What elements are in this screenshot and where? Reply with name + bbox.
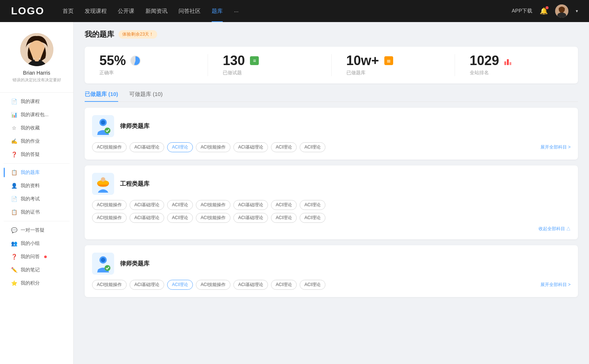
certificate-icon: 📋: [11, 209, 17, 215]
eng-tag-11[interactable]: ACI基础理论: [233, 213, 268, 223]
points-icon: ⭐: [11, 280, 17, 286]
ranking-icon: [503, 55, 515, 67]
bank-card-lawyer-2-title: 律师类题库: [120, 260, 149, 268]
eng-tag-13[interactable]: ACI理论: [300, 213, 325, 223]
sidebar-item-certificate[interactable]: 📋 我的证书: [4, 206, 70, 219]
tag-3[interactable]: ACI技能操作: [196, 142, 230, 152]
pie-chart-icon: [130, 56, 141, 66]
sidebar-user-name: Brian Harris: [23, 70, 50, 76]
done-banks-value: 10w+: [346, 54, 379, 67]
notification-bell[interactable]: 🔔: [540, 7, 548, 15]
one-on-one-icon: 💬: [11, 227, 17, 233]
sidebar-divider-top: [0, 92, 73, 93]
sidebar-item-course-package[interactable]: 📊 我的课程包...: [4, 108, 70, 121]
my-course-icon: 📄: [11, 99, 17, 104]
avatar-placeholder: [555, 4, 568, 18]
sidebar-item-question-bank[interactable]: 📋 我的题库: [4, 166, 70, 179]
my-exam-icon: 📄: [11, 196, 17, 202]
sidebar-divider-2: [4, 221, 70, 221]
sidebar-item-favorites[interactable]: ☆ 我的收藏: [4, 121, 70, 135]
engineer-bank-icon: [92, 173, 114, 195]
nav-home[interactable]: 首页: [63, 8, 74, 15]
eng-tag-4[interactable]: ACI基础理论: [233, 200, 268, 210]
svg-point-14: [105, 265, 110, 271]
sidebar-motto: 错误的决定比没有决定要好: [9, 77, 65, 83]
tabs-row: 已做题库 (10) 可做题库 (10): [85, 91, 578, 102]
lawyer-bank-icon: [92, 115, 114, 137]
sidebar-item-my-exam[interactable]: 📄 我的考试: [4, 192, 70, 206]
eng-tag-6[interactable]: ACI理论: [300, 200, 325, 210]
svg-rect-5: [35, 57, 39, 61]
sidebar-item-homework[interactable]: ✍ 我的作业: [4, 135, 70, 148]
notes-icon: ✏️: [11, 267, 17, 273]
nav-more[interactable]: ···: [234, 8, 239, 14]
nav-question-bank[interactable]: 题库: [212, 8, 223, 15]
user-menu-chevron[interactable]: ▾: [576, 8, 578, 14]
main-layout: Brian Harris 错误的决定比没有决定要好 📄 我的课程 📊 我的课程包…: [0, 22, 589, 364]
nav-discover[interactable]: 发现课程: [85, 8, 107, 15]
svg-point-7: [101, 120, 105, 125]
sidebar-item-my-qa[interactable]: ❓ 我的答疑: [4, 148, 70, 161]
sidebar-item-notes[interactable]: ✏️ 我的笔记: [4, 263, 70, 276]
tab-done-banks[interactable]: 已做题库 (10): [85, 91, 118, 101]
eng-tag-1[interactable]: ACI基础理论: [130, 200, 164, 210]
tag-6[interactable]: ACI理论: [300, 142, 325, 152]
eng-tag-8[interactable]: ACI基础理论: [130, 213, 164, 223]
tag-1[interactable]: ACI基础理论: [130, 142, 164, 152]
sidebar-item-my-questions[interactable]: ❓ 我的问答: [4, 250, 70, 263]
tab-available-banks[interactable]: 可做题库 (10): [129, 91, 163, 101]
stat-done-questions-top: 130 ≡: [223, 54, 260, 67]
course-package-icon: 📊: [11, 112, 17, 118]
my-data-icon: 👤: [11, 183, 17, 189]
bank-card-lawyer-1: 律师类题库 ACI技能操作 ACI基础理论 ACI理论 ACI技能操作 ACI基…: [85, 108, 578, 160]
bank-card-lawyer-2: 律师类题库 ACI技能操作 ACI基础理论 ACI理论 ACI技能操作 ACI基…: [85, 245, 578, 297]
accuracy-label: 正确率: [99, 69, 114, 76]
nav-news[interactable]: 新闻资讯: [145, 8, 167, 15]
done-questions-icon: ≡: [248, 55, 260, 67]
user-avatar-nav[interactable]: [555, 4, 568, 18]
eng-tag-3[interactable]: ACI技能操作: [196, 200, 230, 210]
eng-tag-10[interactable]: ACI技能操作: [196, 213, 230, 223]
l2-tag-3[interactable]: ACI技能操作: [196, 280, 230, 290]
stat-done-questions: 130 ≡ 已做试题: [208, 54, 331, 76]
l2-tag-4[interactable]: ACI基础理论: [233, 280, 268, 290]
logo: LOGO: [11, 5, 44, 17]
bank-card-lawyer-2-tags: ACI技能操作 ACI基础理论 ACI理论 ACI技能操作 ACI基础理论 AC…: [92, 280, 571, 290]
sidebar-avatar: [20, 33, 53, 66]
page-title: 我的题库: [85, 29, 114, 39]
tag-5[interactable]: ACI理论: [271, 142, 297, 152]
sidebar-item-one-on-one[interactable]: 💬 一对一答疑: [4, 224, 70, 237]
sidebar: Brian Harris 错误的决定比没有决定要好 📄 我的课程 📊 我的课程包…: [0, 22, 74, 364]
l2-tag-1[interactable]: ACI基础理论: [130, 280, 164, 290]
app-download-link[interactable]: APP下载: [512, 8, 532, 14]
tag-0[interactable]: ACI技能操作: [92, 142, 127, 152]
collapse-link[interactable]: 收起全部科目 △: [92, 226, 571, 232]
my-group-icon: 👥: [11, 240, 17, 246]
stat-accuracy-top: 55%: [99, 54, 141, 67]
eng-tag-2[interactable]: ACI理论: [167, 200, 193, 210]
nav-qa[interactable]: 问答社区: [179, 8, 201, 15]
tag-4[interactable]: ACI基础理论: [233, 142, 268, 152]
bank-card-engineer-title: 工程类题库: [120, 180, 149, 188]
l2-tag-6[interactable]: ACI理论: [300, 280, 325, 290]
expand-link-1[interactable]: 展开全部科目 >: [540, 144, 571, 150]
expand-link-3[interactable]: 展开全部科目 >: [540, 282, 571, 288]
sidebar-item-my-group[interactable]: 👥 我的小组: [4, 237, 70, 250]
svg-rect-10: [98, 183, 108, 185]
eng-tag-9[interactable]: ACI理论: [167, 213, 193, 223]
l2-tag-0[interactable]: ACI技能操作: [92, 280, 127, 290]
sidebar-item-my-data[interactable]: 👤 我的资料: [4, 179, 70, 192]
stat-done-banks-top: 10w+ ≣: [346, 54, 395, 67]
eng-tag-12[interactable]: ACI理论: [271, 213, 297, 223]
tag-2[interactable]: ACI理论: [167, 142, 193, 152]
l2-tag-5[interactable]: ACI理论: [271, 280, 297, 290]
sidebar-item-points[interactable]: ⭐ 我的积分: [4, 276, 70, 290]
nav-open-course[interactable]: 公开课: [118, 8, 134, 15]
eng-tag-7[interactable]: ACI技能操作: [92, 213, 127, 223]
done-banks-label: 已做题库: [346, 69, 366, 76]
ranking-label: 全站排名: [470, 69, 489, 76]
l2-tag-2[interactable]: ACI理论: [167, 280, 193, 290]
sidebar-item-my-course[interactable]: 📄 我的课程: [4, 95, 70, 108]
eng-tag-0[interactable]: ACI技能操作: [92, 200, 127, 210]
eng-tag-5[interactable]: ACI理论: [271, 200, 297, 210]
